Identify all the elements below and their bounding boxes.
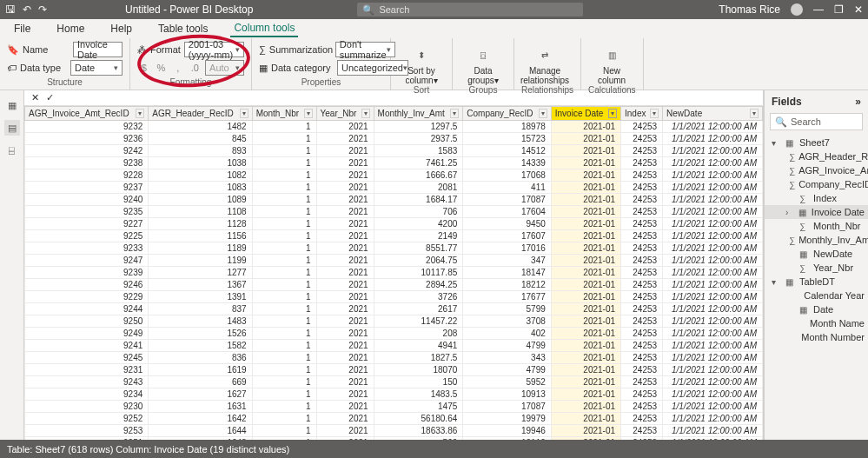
cell[interactable]: 1 bbox=[252, 121, 316, 133]
cell[interactable]: 2081 bbox=[374, 182, 463, 194]
cell[interactable]: 1189 bbox=[149, 242, 252, 255]
cell[interactable]: 2021-01 bbox=[551, 133, 620, 145]
cell[interactable]: 1 bbox=[252, 291, 316, 303]
cell[interactable]: 9251 bbox=[25, 437, 149, 441]
cell[interactable]: 1 bbox=[252, 401, 316, 413]
cell[interactable]: 4941 bbox=[374, 340, 463, 352]
cell[interactable]: 18978 bbox=[463, 121, 552, 133]
cell[interactable]: 1 bbox=[252, 267, 316, 279]
save-icon[interactable]: 🖫 bbox=[5, 3, 16, 16]
cell[interactable]: 9252 bbox=[25, 413, 149, 425]
cell[interactable]: 1/1/2021 12:00:00 AM bbox=[663, 437, 763, 441]
cell[interactable]: 1 bbox=[252, 388, 316, 401]
cell[interactable]: 1 bbox=[252, 364, 316, 376]
cell[interactable]: 1644 bbox=[149, 425, 252, 437]
cell[interactable]: 1199 bbox=[149, 255, 252, 267]
cell[interactable]: 1 bbox=[252, 303, 316, 315]
cell[interactable]: 1038 bbox=[149, 157, 252, 169]
cell[interactable]: 10913 bbox=[463, 388, 552, 401]
cell[interactable]: 56180.64 bbox=[374, 413, 463, 425]
cell[interactable]: 2021 bbox=[316, 401, 374, 413]
cell[interactable]: 1/1/2021 12:00:00 AM bbox=[663, 388, 763, 401]
cell[interactable]: 4799 bbox=[463, 364, 552, 376]
cell[interactable]: 24253 bbox=[621, 145, 663, 157]
cell[interactable]: 1627 bbox=[149, 388, 252, 401]
cell[interactable]: 2021 bbox=[316, 279, 374, 291]
cell[interactable]: 3708 bbox=[463, 315, 552, 328]
cell[interactable]: 11457.22 bbox=[374, 315, 463, 328]
cell[interactable]: 836 bbox=[149, 352, 252, 364]
cell[interactable]: 1 bbox=[252, 279, 316, 291]
cell[interactable]: 1 bbox=[252, 255, 316, 267]
cell[interactable]: 1/1/2021 12:00:00 AM bbox=[663, 279, 763, 291]
cell[interactable]: 9246 bbox=[25, 279, 149, 291]
cell[interactable]: 2021 bbox=[316, 230, 374, 242]
cell[interactable]: 1 bbox=[252, 169, 316, 182]
cell[interactable]: 9232 bbox=[25, 121, 149, 133]
cell[interactable]: 1/1/2021 12:00:00 AM bbox=[663, 352, 763, 364]
cell[interactable]: 5952 bbox=[463, 376, 552, 388]
cell[interactable]: 17607 bbox=[463, 230, 552, 242]
cell[interactable]: 1 bbox=[252, 182, 316, 194]
data-category-dropdown[interactable]: Uncategorized▾ bbox=[337, 60, 408, 76]
redo-icon[interactable]: ↷ bbox=[38, 3, 47, 16]
data-groups-button[interactable]: ⌼Datagroups▾ bbox=[460, 42, 507, 85]
cell[interactable]: 2021-01 bbox=[551, 206, 620, 218]
cell[interactable]: 14339 bbox=[463, 157, 552, 169]
cell[interactable]: 1582 bbox=[149, 340, 252, 352]
cell[interactable]: 2021-01 bbox=[551, 328, 620, 340]
cell[interactable]: 24253 bbox=[621, 315, 663, 328]
cell[interactable]: 2021-01 bbox=[551, 425, 620, 437]
cell[interactable]: 19946 bbox=[463, 425, 552, 437]
cell[interactable]: 1/1/2021 12:00:00 AM bbox=[663, 121, 763, 133]
cell[interactable]: 560 bbox=[374, 437, 463, 441]
cell[interactable]: 17604 bbox=[463, 206, 552, 218]
cell[interactable]: 1 bbox=[252, 328, 316, 340]
cell[interactable]: 10117.85 bbox=[374, 267, 463, 279]
cell[interactable]: 9242 bbox=[25, 145, 149, 157]
cell[interactable]: 2021 bbox=[316, 303, 374, 315]
cell[interactable]: 18633.86 bbox=[374, 425, 463, 437]
cell[interactable]: 1475 bbox=[374, 401, 463, 413]
cell[interactable]: 9231 bbox=[25, 364, 149, 376]
cell[interactable]: 17016 bbox=[463, 242, 552, 255]
field-item[interactable]: ∑Company_RecID bbox=[765, 177, 868, 191]
cell[interactable]: 2617 bbox=[374, 303, 463, 315]
cell[interactable]: 19979 bbox=[463, 413, 552, 425]
field-item[interactable]: ∑Month_Nbr bbox=[765, 219, 868, 233]
cell[interactable]: 1482 bbox=[149, 121, 252, 133]
cell[interactable]: 1/1/2021 12:00:00 AM bbox=[663, 328, 763, 340]
cell[interactable]: 24253 bbox=[621, 401, 663, 413]
cell[interactable]: 2021-01 bbox=[551, 145, 620, 157]
cell[interactable]: 1483.5 bbox=[374, 388, 463, 401]
cell[interactable]: 1/1/2021 12:00:00 AM bbox=[663, 303, 763, 315]
cell[interactable]: 9450 bbox=[463, 218, 552, 230]
cell[interactable]: 2021 bbox=[316, 182, 374, 194]
cell[interactable]: 24253 bbox=[621, 279, 663, 291]
cell[interactable]: 3726 bbox=[374, 291, 463, 303]
cell[interactable]: 24253 bbox=[621, 267, 663, 279]
cell[interactable]: 2021 bbox=[316, 328, 374, 340]
cell[interactable]: 1 bbox=[252, 437, 316, 441]
cell[interactable]: 17087 bbox=[463, 401, 552, 413]
cell[interactable]: 1 bbox=[252, 315, 316, 328]
cell[interactable]: 2021 bbox=[316, 206, 374, 218]
cell[interactable]: 2021 bbox=[316, 291, 374, 303]
cell[interactable]: 1631 bbox=[149, 401, 252, 413]
model-view-icon[interactable]: ⌸ bbox=[4, 143, 20, 158]
cell[interactable]: 2021-01 bbox=[551, 364, 620, 376]
cell[interactable]: 24253 bbox=[621, 352, 663, 364]
cell[interactable]: 15723 bbox=[463, 133, 552, 145]
cell[interactable]: 1 bbox=[252, 218, 316, 230]
cell[interactable]: 24253 bbox=[621, 364, 663, 376]
cell[interactable]: 9237 bbox=[25, 182, 149, 194]
cell[interactable]: 9249 bbox=[25, 328, 149, 340]
cell[interactable]: 1083 bbox=[149, 182, 252, 194]
cell[interactable]: 24253 bbox=[621, 340, 663, 352]
column-header[interactable]: NewDate▾ bbox=[663, 107, 763, 121]
summarization-dropdown[interactable]: Don't summarize▾ bbox=[335, 42, 395, 57]
cell[interactable]: 2021-01 bbox=[551, 291, 620, 303]
column-header[interactable]: AGR_Header_RecID▾ bbox=[149, 107, 252, 121]
minimize-icon[interactable]: — bbox=[813, 3, 824, 16]
cell[interactable]: 17677 bbox=[463, 291, 552, 303]
